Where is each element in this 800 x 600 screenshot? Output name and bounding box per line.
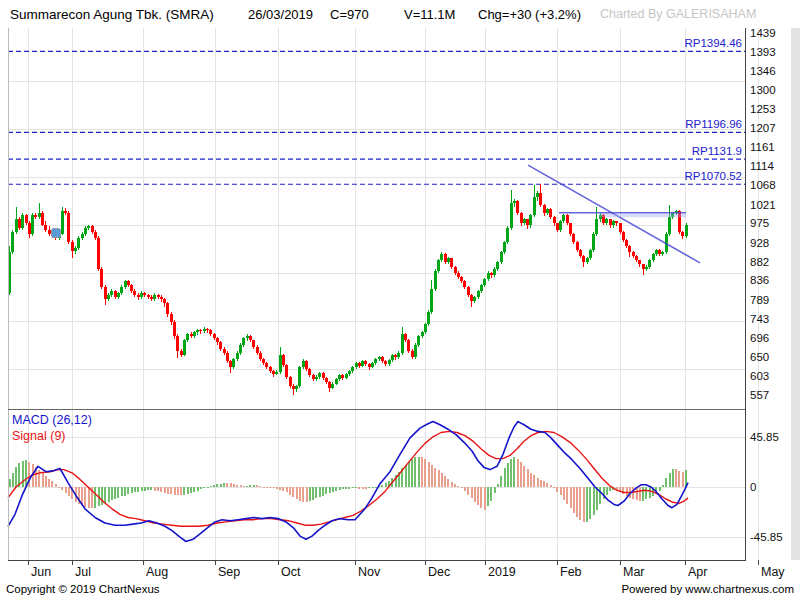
month-tick-label: Mar: [623, 565, 645, 579]
price-tick-label: 1021: [750, 199, 776, 211]
month-tick-label: Jul: [75, 565, 91, 579]
price-tick-label: 650: [750, 351, 769, 363]
price-tick-label: 1346: [750, 65, 776, 77]
price-tick-label: 557: [750, 389, 769, 401]
rp-level-label: RP1070.52: [684, 170, 742, 182]
month-tick-label: Oct: [281, 565, 301, 579]
price-tick-label: 1300: [750, 84, 776, 96]
chartnexus-window: Summarecon Agung Tbk. (SMRA) 26/03/2019 …: [0, 0, 800, 600]
price-tick-label: 1207: [750, 122, 776, 134]
price-tick-label: 1253: [750, 103, 776, 115]
price-tick-label: 789: [750, 294, 769, 306]
price-tick-label: 696: [750, 332, 769, 344]
price-tick-label: 603: [750, 370, 769, 382]
signal-legend-label: Signal (9): [12, 429, 66, 443]
price-tick-label: 1161: [750, 141, 775, 153]
chart-footer: Copyright © 2019 ChartNexus Powered by w…: [0, 580, 800, 600]
month-tick-label: Sep: [218, 565, 240, 579]
quote-date: 26/03/2019: [248, 7, 313, 22]
price-tick-label: 836: [750, 274, 769, 286]
month-tick-label: May: [761, 565, 785, 579]
price-tick-label: 1439: [750, 28, 776, 39]
macd-legend-label: MACD (26,12): [12, 413, 92, 427]
charted-by-credit: Charted By GALERISAHAM: [600, 7, 756, 21]
month-tick-label: 2019: [488, 565, 516, 579]
rp-level-label: RP1394.46: [684, 37, 742, 49]
month-tick-label: Aug: [146, 565, 168, 579]
price-tick-label: 1114: [750, 160, 774, 172]
macd-tick-label: 45.85: [750, 431, 779, 443]
month-tick-label: Feb: [560, 565, 582, 579]
price-tick-label: 882: [750, 256, 769, 268]
macd-tick-label: 0: [750, 481, 756, 493]
instrument-title: Summarecon Agung Tbk. (SMRA): [10, 7, 214, 22]
macd-tick-label: -45.85: [750, 531, 783, 543]
chart-canvas[interactable]: RP1394.46RP1196.96RP1131.9RP1070.5214391…: [0, 28, 800, 580]
quote-volume: V=11.1M: [404, 7, 455, 22]
price-tick-label: 743: [750, 313, 769, 325]
price-tick-label: 1393: [750, 46, 776, 58]
month-tick-label: Apr: [688, 565, 707, 579]
price-tick-label: 975: [750, 217, 769, 229]
quote-change: Chg=+30 (+3.2%): [478, 7, 581, 22]
quote-close: C=970: [330, 7, 369, 22]
price-tick-label: 928: [750, 237, 769, 249]
right-edge-strip: [791, 28, 800, 560]
chart-header: Summarecon Agung Tbk. (SMRA) 26/03/2019 …: [0, 0, 800, 28]
month-tick-label: Jun: [31, 565, 51, 579]
rp-level-label: RP1196.96: [685, 118, 742, 130]
month-tick-label: Nov: [358, 565, 381, 579]
month-tick-label: Dec: [428, 565, 450, 579]
copyright-text: Copyright © 2019 ChartNexus: [6, 583, 160, 595]
powered-by-text: Powered by www.chartnexus.com: [621, 583, 794, 595]
rp-level-label: RP1131.9: [692, 145, 742, 157]
price-tick-label: 1068: [750, 179, 776, 191]
event-marker-icon[interactable]: [52, 228, 61, 237]
